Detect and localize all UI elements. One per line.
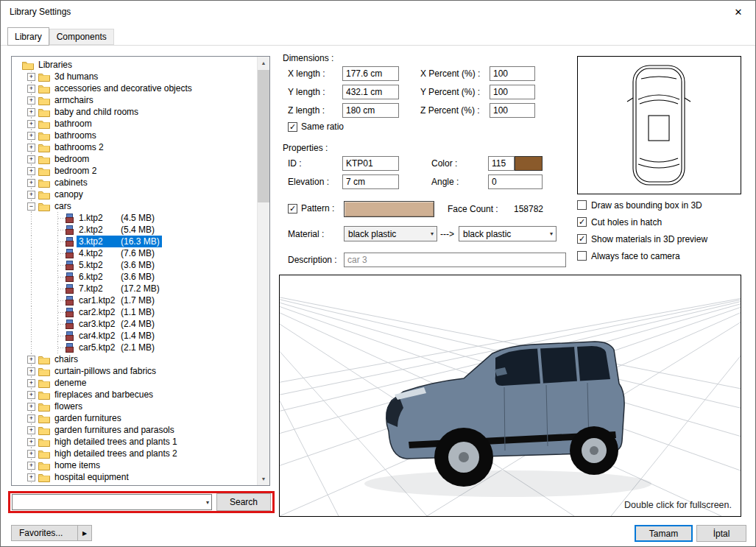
expand-icon[interactable]: + (27, 191, 35, 199)
tree-item-folder[interactable]: +armchairs (12, 94, 257, 106)
tree-item-folder[interactable]: +flowers (12, 400, 257, 412)
search-input[interactable] (13, 495, 197, 509)
tree-item-file[interactable]: 1.ktp2(4.5 MB) (12, 212, 257, 224)
pattern-checkbox[interactable]: ✓ (288, 204, 297, 213)
tree-item-label[interactable]: garden furnitures and parasols (52, 424, 177, 436)
pattern-row[interactable]: ✓ Pattern : (288, 203, 334, 213)
cancel-button[interactable]: İptal (696, 525, 746, 542)
tree-item-file[interactable]: car1.ktp2(1.7 MB) (12, 294, 257, 306)
tree-item-label[interactable]: bathroom (52, 118, 94, 130)
tree-item-label[interactable]: armchairs (52, 94, 96, 106)
option-checkbox[interactable] (577, 251, 587, 261)
description-input[interactable] (344, 253, 566, 267)
expand-icon[interactable]: + (27, 473, 35, 481)
tree-item-folder[interactable]: +fireplaces and barbecues (12, 389, 257, 400)
x-percent-input[interactable] (490, 66, 535, 81)
tree-scrollbar[interactable]: ▲ ▼ (257, 57, 269, 485)
option-row[interactable]: Draw as bounding box in 3D (577, 200, 707, 210)
expand-icon[interactable]: + (27, 367, 35, 375)
material-source-select[interactable]: black plastic ▾ (344, 226, 437, 241)
pattern-swatch-button[interactable] (344, 201, 434, 217)
tree-item-file[interactable]: car5.ktp2(2.1 MB) (12, 342, 257, 353)
tree-item-folder[interactable]: +curtain-pillows and fabrics (12, 365, 257, 377)
tree-item-folder[interactable]: Libraries (12, 59, 257, 71)
tree-item-label[interactable]: car1.ktp2(1.7 MB) (77, 294, 157, 306)
tree-item-folder[interactable]: +bedroom 2 (12, 165, 257, 177)
angle-input[interactable] (488, 174, 543, 189)
material-target-select[interactable]: black plastic ▾ (459, 226, 557, 241)
tree-item-label[interactable]: 5.ktp2(3.6 MB) (77, 259, 157, 271)
library-tree[interactable]: Libraries+3d humans+accessories and deco… (12, 57, 257, 485)
expand-icon[interactable]: + (27, 85, 35, 93)
option-checkbox[interactable] (577, 200, 587, 210)
tree-item-file[interactable]: 2.ktp2(5.4 MB) (12, 224, 257, 236)
tree-item-folder[interactable]: +chairs (12, 353, 257, 365)
tree-item-file[interactable]: car3.ktp2(2.4 MB) (12, 318, 257, 330)
ok-button[interactable]: Tamam (635, 525, 693, 542)
tree-item-label[interactable]: bedroom 2 (52, 165, 99, 177)
tree-item-folder[interactable]: +hospital equipment (12, 471, 257, 483)
tree-item-label[interactable]: hospital equipment (52, 471, 131, 483)
expand-icon[interactable]: + (27, 391, 35, 399)
y-length-input[interactable] (342, 85, 399, 99)
option-row[interactable]: ✓Cut holes in hatch (577, 217, 707, 227)
expand-icon[interactable]: + (27, 73, 35, 81)
expand-icon[interactable]: + (27, 426, 35, 434)
x-length-input[interactable] (342, 66, 399, 81)
expand-icon[interactable]: + (27, 179, 35, 187)
color-value-input[interactable] (488, 156, 515, 171)
expand-icon[interactable]: + (27, 462, 35, 470)
tree-item-folder[interactable]: +bedroom (12, 153, 257, 165)
tree-item-folder[interactable]: +3d humans (12, 71, 257, 82)
tree-item-folder[interactable]: +accessories and decorative objects (12, 82, 257, 94)
tab-components[interactable]: Components (49, 29, 114, 45)
tab-library[interactable]: Library (7, 27, 49, 46)
tree-item-label[interactable]: fireplaces and barbecues (52, 389, 155, 400)
option-checkbox[interactable]: ✓ (577, 234, 587, 244)
y-percent-input[interactable] (490, 85, 535, 99)
chevron-down-icon[interactable]: ▾ (206, 495, 209, 509)
expand-icon[interactable]: + (27, 356, 35, 364)
tree-item-folder[interactable]: −cars (12, 200, 257, 212)
expand-icon[interactable]: + (27, 403, 35, 411)
tree-item-folder[interactable]: +bathrooms 2 (12, 141, 257, 153)
title-bar[interactable]: Library Settings ✕ (1, 1, 755, 23)
tree-item-label[interactable]: high detailed trees and plants 2 (52, 448, 180, 459)
tree-item-label[interactable]: cabinets (52, 177, 90, 188)
tree-item-label[interactable]: car5.ktp2(2.1 MB) (77, 342, 157, 353)
expand-icon[interactable]: + (27, 108, 35, 116)
favorites-button[interactable]: Favorites... ▶ (11, 525, 92, 541)
tree-item-folder[interactable]: +garden furnitures and parasols (12, 424, 257, 436)
tree-item-folder[interactable]: +high detailed trees and plants 2 (12, 448, 257, 459)
expand-icon[interactable]: + (27, 438, 35, 446)
collapse-icon[interactable]: − (27, 202, 35, 211)
z-length-input[interactable] (342, 103, 399, 118)
tree-item-label[interactable]: flowers (52, 400, 85, 412)
tree-item-file[interactable]: car2.ktp2(1.1 MB) (12, 306, 257, 318)
expand-icon[interactable]: + (27, 379, 35, 387)
expand-icon[interactable]: + (27, 450, 35, 458)
tree-item-label[interactable]: bedroom (52, 153, 91, 165)
tree-item-label[interactable]: 7.ktp2(17.2 MB) (77, 283, 162, 294)
same-ratio-row[interactable]: ✓ Same ratio (288, 121, 344, 132)
tree-item-label[interactable]: accessories and decorative objects (52, 82, 194, 94)
tree-item-label[interactable]: Libraries (36, 59, 74, 71)
expand-icon[interactable]: + (27, 414, 35, 423)
tree-item-label[interactable]: baby and child rooms (52, 106, 141, 118)
preview-panel[interactable]: Double click for fullscreen. (279, 275, 741, 517)
tree-item-label[interactable]: chairs (52, 353, 80, 365)
tree-item-folder[interactable]: +garden furnitures (12, 412, 257, 424)
elevation-input[interactable] (342, 174, 399, 189)
tree-item-label[interactable]: 2.ktp2(5.4 MB) (77, 224, 157, 236)
tree-item-label[interactable]: 4.ktp2(7.6 MB) (77, 247, 157, 259)
z-percent-input[interactable] (490, 103, 535, 118)
tree-item-file[interactable]: 4.ktp2(7.6 MB) (12, 247, 257, 259)
tree-item-label[interactable]: car2.ktp2(1.1 MB) (77, 306, 157, 318)
tree-item-label[interactable]: car4.ktp2(1.4 MB) (77, 330, 157, 342)
tree-item-folder[interactable]: +bathrooms (12, 130, 257, 141)
scrollbar-thumb[interactable] (258, 70, 269, 202)
same-ratio-checkbox[interactable]: ✓ (288, 122, 297, 132)
tree-item-file[interactable]: 3.ktp2(16.3 MB) (12, 236, 257, 247)
tree-item-label[interactable]: home items (52, 459, 102, 471)
tree-item-label[interactable]: curtain-pillows and fabrics (52, 365, 158, 377)
